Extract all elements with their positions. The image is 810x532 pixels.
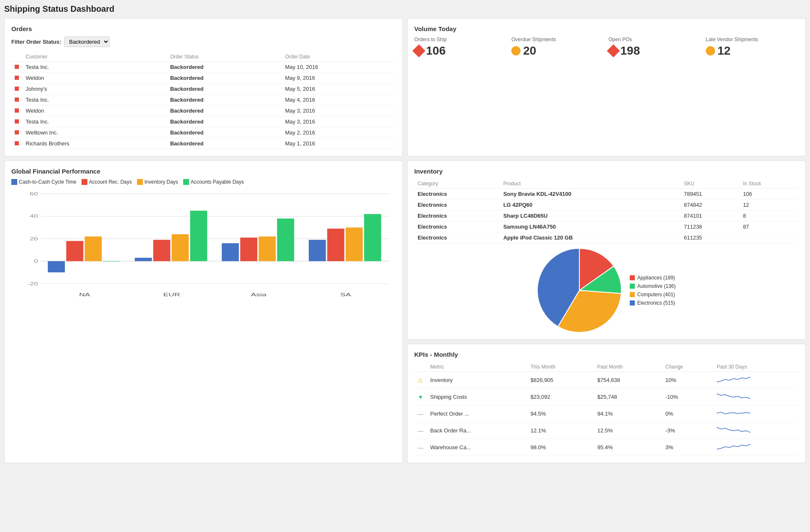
- inv-col-sku: SKU: [681, 179, 740, 189]
- warning-icon: ⚠: [418, 377, 423, 384]
- pie-label: Electronics (515): [637, 300, 675, 306]
- sparkline-chart: [717, 374, 750, 385]
- metric-number: 12: [718, 44, 731, 58]
- svg-text:0: 0: [34, 259, 38, 263]
- diamond-icon: [412, 44, 425, 57]
- order-date: May 1, 2016: [281, 138, 396, 149]
- order-status: Backordered: [167, 105, 282, 116]
- red-square-icon: [15, 76, 19, 80]
- svg-text:40: 40: [30, 214, 38, 219]
- kpi-past-month: $25,748: [594, 389, 662, 406]
- inv-category: Electronics: [414, 221, 500, 232]
- svg-rect-27: [346, 227, 363, 261]
- order-customer: Richards Brothers: [22, 138, 167, 149]
- order-customer: Weldon: [22, 105, 167, 116]
- svg-text:NA: NA: [79, 292, 90, 297]
- pie-dot: [630, 292, 635, 297]
- inv-stock: 87: [739, 221, 799, 232]
- order-status-filter[interactable]: Backordered Pending Shipped All: [64, 37, 110, 47]
- kpi-past-month: 95.4%: [594, 439, 662, 456]
- diamond-icon: [607, 44, 620, 57]
- kpi-metric: Perfect Order ...: [427, 406, 527, 422]
- legend-item: Cash-to-Cash Cycle Time: [11, 179, 76, 185]
- svg-rect-26: [327, 229, 345, 261]
- kpi-col-change: Change: [662, 362, 714, 372]
- dash-icon: —: [418, 411, 423, 417]
- finance-title: Global Financial Performance: [11, 168, 396, 175]
- inv-product: LG 42PQ60: [500, 200, 681, 211]
- svg-rect-10: [48, 261, 65, 272]
- order-customer: Weldon: [22, 73, 167, 84]
- order-row: Testa Inc. Backordered May 4, 2016: [11, 95, 396, 105]
- order-indicator: [11, 116, 22, 127]
- svg-text:Asia: Asia: [251, 292, 266, 297]
- order-status: Backordered: [167, 127, 282, 138]
- metric-number: 198: [621, 44, 640, 58]
- sparkline-chart: [717, 391, 750, 401]
- svg-text:60: 60: [30, 192, 38, 196]
- sparkline-chart: [717, 425, 750, 435]
- order-indicator: [11, 84, 22, 95]
- kpi-past-month: 94.1%: [594, 406, 662, 422]
- kpi-past-month: $754,638: [594, 372, 662, 389]
- order-status: Backordered: [167, 95, 282, 105]
- filter-label: Filter Order Status:: [11, 39, 61, 45]
- inv-col-category: Category: [414, 179, 500, 189]
- kpi-change: 3%: [662, 439, 714, 456]
- kpi-sparkline: [713, 406, 799, 422]
- kpi-col-past-month: Past Month: [594, 362, 662, 372]
- down-arrow-icon: ▼: [418, 394, 423, 400]
- col-date: Order Date: [281, 52, 396, 62]
- pie-label: Automotive (136): [637, 283, 676, 289]
- pie-legend-item: Computers (401): [630, 292, 676, 298]
- kpi-this-month: $23,092: [527, 389, 594, 406]
- kpi-icon-cell: —: [414, 406, 427, 422]
- red-square-icon: [15, 108, 19, 113]
- legend-color: [137, 179, 143, 185]
- page-title: Shipping Status Dashboard: [4, 4, 806, 14]
- order-row: Johnny's Backordered May 5, 2016: [11, 84, 396, 95]
- legend-color: [183, 179, 189, 185]
- inv-category: Electronics: [414, 200, 500, 211]
- metric-value: 106: [414, 44, 507, 58]
- svg-text:EUR: EUR: [163, 292, 180, 297]
- svg-rect-20: [222, 243, 239, 261]
- inv-sku: 711238: [681, 221, 740, 232]
- pie-legend-item: Appliances (189): [630, 275, 676, 281]
- order-row: Weldon Backordered May 3, 2016: [11, 105, 396, 116]
- inv-stock: 12: [739, 200, 799, 211]
- inv-stock: 106: [739, 189, 799, 200]
- inv-product: Samsung LN46A750: [500, 221, 681, 232]
- order-date: May 3, 2016: [281, 105, 396, 116]
- order-indicator: [11, 95, 22, 105]
- svg-text:SA: SA: [340, 292, 351, 297]
- inventory-card: Inventory Category Product SKU In Stock …: [407, 161, 806, 340]
- sparkline-chart: [717, 408, 750, 418]
- kpi-metric: Warehouse Ca...: [427, 439, 527, 456]
- order-indicator: [11, 138, 22, 149]
- orders-table: Customer Order Status Order Date Testa I…: [11, 52, 396, 149]
- inv-sku: 789451: [681, 189, 740, 200]
- kpi-sparkline: [713, 439, 799, 456]
- pie-label: Computers (401): [637, 292, 675, 298]
- inv-sku: 874842: [681, 200, 740, 211]
- pie-legend-item: Automotive (136): [630, 283, 676, 289]
- order-date: May 9, 2016: [281, 73, 396, 84]
- kpi-icon-cell: ▼: [414, 389, 427, 406]
- kpi-this-month: $826,905: [527, 372, 594, 389]
- legend-item: Inventory Days: [137, 179, 178, 185]
- svg-text:-20: -20: [27, 281, 38, 286]
- order-status: Backordered: [167, 62, 282, 73]
- svg-rect-11: [66, 241, 84, 261]
- inv-category: Electronics: [414, 211, 500, 221]
- order-indicator: [11, 105, 22, 116]
- inventory-table: Category Product SKU In Stock Electronic…: [414, 179, 799, 243]
- pie-chart: [537, 248, 621, 332]
- svg-text:20: 20: [30, 236, 38, 241]
- dash-icon: —: [418, 427, 423, 434]
- pie-dot: [630, 275, 635, 280]
- kpi-row: — Perfect Order ... 94.5% 94.1% 0%: [414, 406, 799, 422]
- kpi-change: 0%: [662, 406, 714, 422]
- orders-title: Orders: [11, 25, 396, 32]
- order-indicator: [11, 62, 22, 73]
